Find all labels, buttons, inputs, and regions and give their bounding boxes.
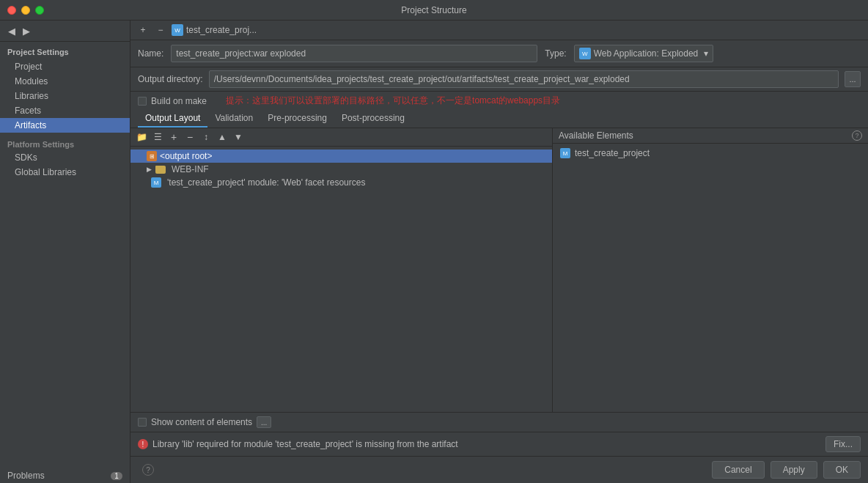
error-row: ! Library 'lib' required for module 'tes… — [130, 432, 868, 456]
sidebar-item-facets[interactable]: Facets — [0, 103, 130, 118]
type-icon: W — [579, 48, 591, 59]
forward-button[interactable]: ▶ — [21, 25, 32, 37]
name-type-row: Name: Type: W Web Application: Exploded … — [130, 40, 868, 67]
element-module-icon: M — [560, 148, 570, 158]
artifact-list-item[interactable]: W test_create_proj... — [172, 24, 257, 36]
tree-item-output-root[interactable]: ⊞ <output root> — [130, 150, 552, 163]
elements-help-icon[interactable]: ? — [852, 130, 862, 141]
project-settings-section-label: Project Settings — [0, 42, 130, 59]
web-facet-icon: M — [151, 177, 161, 188]
build-on-make-label: Build on make — [151, 96, 207, 106]
show-content-label: Show content of elements — [151, 417, 252, 427]
tree-add-button[interactable]: + — [167, 130, 180, 144]
fix-button[interactable]: Fix... — [825, 436, 861, 452]
elements-title: Available Elements — [559, 130, 847, 141]
error-icon: ! — [138, 439, 148, 449]
sidebar-item-libraries[interactable]: Libraries — [0, 89, 130, 103]
dialog-buttons: ? Cancel Apply OK — [130, 456, 868, 483]
dots-button[interactable]: ... — [257, 416, 271, 428]
tree-folder-button[interactable]: 📁 — [135, 130, 148, 144]
web-inf-folder-icon — [155, 166, 166, 174]
web-facet-expand-icon — [141, 179, 148, 186]
artifact-content: 📁 ☰ + − ↕ ▲ ▼ ⊞ <output root> — [130, 128, 868, 412]
show-content-checkbox[interactable] — [138, 418, 147, 427]
maximize-button[interactable] — [35, 6, 44, 15]
sidebar-item-sdks[interactable]: SDKs — [0, 150, 130, 165]
close-button[interactable] — [7, 6, 16, 15]
tab-output-layout[interactable]: Output Layout — [138, 110, 207, 128]
help-area: ? — [138, 464, 158, 476]
sidebar-nav: ◀ ▶ — [0, 21, 130, 42]
show-content-row: Show content of elements ... — [130, 413, 868, 432]
web-inf-label: WEB-INF — [172, 164, 209, 174]
browse-icon: ... — [849, 75, 856, 84]
sidebar-item-modules[interactable]: Modules — [0, 74, 130, 89]
error-message: Library 'lib' required for module 'test_… — [152, 439, 821, 449]
type-dropdown[interactable]: W Web Application: Exploded ▾ — [574, 45, 714, 62]
tree-content: ⊞ <output root> ▶ WEB-INF M 'test_create… — [130, 147, 552, 412]
platform-settings-section-label: Platform Settings — [0, 136, 130, 150]
cancel-button[interactable]: Cancel — [712, 461, 764, 479]
problems-badge: 1 — [111, 472, 122, 480]
build-make-row: Build on make 提示：这里我们可以设置部署的目标路径，可以任意，不一… — [130, 92, 868, 110]
web-inf-expand-icon[interactable]: ▶ — [145, 166, 152, 173]
problems-label: Problems — [7, 471, 45, 481]
tree-down-button[interactable]: ▼ — [232, 130, 245, 144]
artifact-web-icon: W — [172, 24, 183, 36]
element-item-label: test_create_project — [575, 148, 650, 158]
tree-item-web-inf[interactable]: ▶ WEB-INF — [130, 163, 552, 176]
tab-pre-processing[interactable]: Pre-processing — [260, 110, 334, 128]
output-dir-input[interactable] — [209, 70, 839, 88]
web-facet-label: 'test_create_project' module: 'Web' face… — [167, 177, 365, 188]
elements-header: Available Elements ? — [553, 128, 868, 144]
tree-remove-button[interactable]: − — [183, 130, 196, 144]
back-button[interactable]: ◀ — [6, 25, 18, 37]
sidebar-item-artifacts[interactable]: Artifacts — [0, 118, 130, 133]
remove-artifact-button[interactable]: − — [154, 23, 167, 37]
hint-text: 提示：这里我们可以设置部署的目标路径，可以任意，不一定是tomcat的webap… — [226, 95, 560, 107]
tree-sort-button[interactable]: ↕ — [199, 130, 213, 144]
help-button[interactable]: ? — [142, 464, 154, 476]
ok-button[interactable]: OK — [823, 461, 861, 479]
build-on-make-checkbox[interactable] — [138, 97, 147, 106]
output-dir-label: Output directory: — [138, 74, 203, 84]
sidebar-item-global-libraries[interactable]: Global Libraries — [0, 165, 130, 180]
output-root-label: <output root> — [160, 151, 212, 161]
tabs-row: Output Layout Validation Pre-processing … — [130, 110, 868, 128]
artifact-item-name: test_create_proj... — [186, 25, 257, 35]
tree-up-button[interactable]: ▲ — [216, 130, 229, 144]
type-value: Web Application: Exploded — [594, 48, 699, 59]
add-artifact-button[interactable]: + — [136, 23, 150, 37]
tab-validation[interactable]: Validation — [207, 110, 260, 128]
type-label: Type: — [545, 48, 566, 59]
bottom-bar: Show content of elements ... ! Library '… — [130, 412, 868, 456]
minimize-button[interactable] — [21, 6, 30, 15]
tree-list-button[interactable]: ☰ — [151, 130, 164, 144]
apply-button[interactable]: Apply — [770, 461, 817, 479]
titlebar: Project Structure — [0, 0, 868, 21]
name-label: Name: — [138, 48, 163, 59]
output-dir-row: Output directory: ... — [130, 67, 868, 92]
expand-icon — [136, 152, 144, 160]
dots-icon: ... — [261, 419, 267, 427]
browse-button[interactable]: ... — [845, 71, 861, 87]
artifact-name-input[interactable] — [171, 45, 537, 62]
tree-toolbar: 📁 ☰ + − ↕ ▲ ▼ — [130, 128, 552, 147]
tree-item-web-facet[interactable]: M 'test_create_project' module: 'Web' fa… — [130, 176, 552, 189]
sidebar-item-project[interactable]: Project — [0, 59, 130, 74]
elements-content: M test_create_project — [553, 144, 868, 412]
artifact-toolbar: + − W test_create_proj... — [130, 21, 868, 40]
element-item-test-create-project[interactable]: M test_create_project — [553, 147, 868, 160]
tree-panel: 📁 ☰ + − ↕ ▲ ▼ ⊞ <output root> — [130, 128, 553, 412]
main-layout: ◀ ▶ Project Settings Project Modules Lib… — [0, 21, 868, 483]
output-root-icon: ⊞ — [147, 151, 157, 161]
type-dropdown-arrow: ▾ — [704, 48, 708, 59]
elements-panel: Available Elements ? M test_create_proje… — [553, 128, 868, 412]
sidebar: ◀ ▶ Project Settings Project Modules Lib… — [0, 21, 130, 483]
window-controls — [7, 6, 44, 15]
problems-row[interactable]: Problems 1 — [0, 468, 130, 483]
content-area: + − W test_create_proj... Name: Type: W … — [130, 21, 868, 483]
window-title: Project Structure — [401, 5, 466, 15]
tab-post-processing[interactable]: Post-processing — [334, 110, 412, 128]
